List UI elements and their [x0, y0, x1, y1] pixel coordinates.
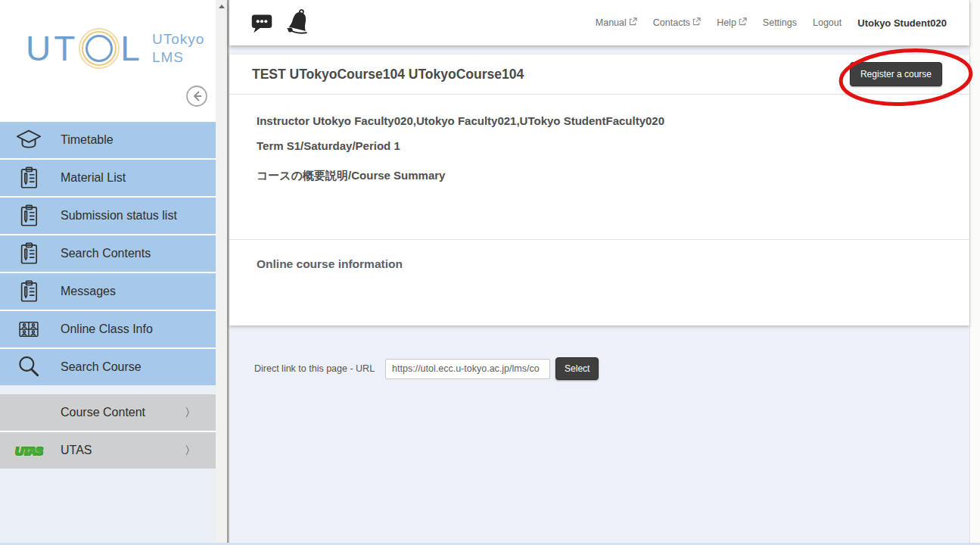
topbar: Manual Contacts Help Settings Logout Uto… [229, 0, 969, 45]
course-header: TEST UTokyoCourse104 UTokyoCourse104 Reg… [229, 54, 969, 95]
direct-link-url-input[interactable] [385, 359, 550, 379]
sidebar-item-messages[interactable]: Messages [0, 273, 216, 310]
course-body: Instructor Utokyo Faculty020,Utokyo Facu… [229, 95, 969, 271]
graduation-cap-icon [14, 126, 44, 154]
sidebar-item-search-contents[interactable]: Search Contents [0, 235, 216, 272]
chevron-right-icon: 〉 [185, 444, 196, 458]
utol-logo-subtitle: UTokyo LMS [152, 30, 204, 67]
sidebar-secondary-menu: Course Content 〉 UTAS UTAS 〉 [0, 394, 216, 469]
sidebar-group-gap [0, 385, 216, 394]
instructor-line: Instructor Utokyo Faculty020,Utokyo Facu… [257, 95, 942, 129]
utol-logo-text: UTL [26, 29, 143, 68]
register-course-button[interactable]: Register a course [850, 62, 942, 86]
topbar-icons [250, 0, 313, 45]
nav-link-contacts[interactable]: Contacts [653, 17, 701, 28]
sidebar-item-search-course[interactable]: Search Course [0, 349, 216, 385]
scrollbar-up-arrow-icon[interactable] [219, 5, 225, 8]
utas-logo-icon: UTAS [14, 444, 44, 457]
sidebar-item-label: Messages [61, 285, 116, 298]
clipboard-icon [14, 240, 44, 267]
online-course-info-heading: Online course information [257, 240, 942, 271]
sidebar-item-label: Timetable [61, 133, 114, 147]
search-icon [14, 353, 44, 381]
sidebar-item-label: Search Contents [61, 247, 151, 260]
window-scrollbar-track[interactable] [969, 0, 980, 545]
sidebar: UTL UTokyo LMS [0, 0, 216, 545]
nav-link-help[interactable]: Help [717, 17, 747, 28]
utol-logo-o-rings [79, 29, 119, 68]
sidebar-item-utas[interactable]: UTAS UTAS 〉 [0, 432, 216, 469]
topbar-nav: Manual Contacts Help Settings Logout Uto… [596, 0, 947, 45]
term-line: Term S1/Saturday/Period 1 [257, 139, 942, 154]
clipboard-icon [14, 202, 44, 229]
nav-link-manual[interactable]: Manual [596, 17, 637, 28]
direct-link-label: Direct link to this page - URL [254, 363, 375, 374]
sidebar-item-label: Submission status list [61, 209, 177, 223]
main-area: Manual Contacts Help Settings Logout Uto… [229, 0, 969, 545]
sidebar-item-label: UTAS [61, 444, 92, 457]
sidebar-item-online-class-info[interactable]: Online Class Info [0, 311, 216, 347]
clipboard-icon [14, 164, 44, 192]
chat-icon[interactable] [250, 11, 273, 34]
logged-in-user: Utokyo Student020 [857, 17, 947, 29]
sidebar-item-label: Course Content [61, 406, 145, 419]
sidebar-item-course-content[interactable]: Course Content 〉 [0, 394, 216, 431]
external-link-icon [692, 17, 701, 28]
external-link-icon [739, 17, 747, 28]
page: UTL UTokyo LMS [0, 0, 980, 545]
sidebar-item-label: Search Course [61, 360, 142, 374]
sidebar-item-submission-status-list[interactable]: Submission status list [0, 198, 216, 234]
utol-logo: UTL UTokyo LMS [26, 29, 204, 68]
sidebar-item-timetable[interactable]: Timetable [0, 122, 216, 158]
collapse-sidebar-button[interactable] [185, 85, 208, 107]
sidebar-logo-area: UTL UTokyo LMS [0, 0, 216, 122]
bell-icon[interactable] [285, 8, 313, 37]
video-grid-icon [14, 316, 44, 342]
sidebar-item-label: Online Class Info [61, 322, 153, 336]
sidebar-item-label: Material List [61, 171, 126, 185]
nav-link-logout[interactable]: Logout [813, 17, 842, 28]
course-title: TEST UTokyoCourse104 UTokyoCourse104 [252, 67, 524, 83]
select-url-button[interactable]: Select [555, 357, 599, 380]
chevron-right-icon: 〉 [185, 406, 196, 420]
clipboard-icon [14, 278, 44, 305]
external-link-icon [629, 17, 637, 28]
sidebar-main-menu: Timetable Material List [0, 122, 216, 385]
direct-link-row: Direct link to this page - URL Select [229, 357, 969, 380]
back-arrow-icon [185, 98, 208, 110]
course-content-box: TEST UTokyoCourse104 UTokyoCourse104 Reg… [229, 54, 969, 325]
course-summary-line: コースの概要説明/Course Summary [257, 168, 942, 183]
sidebar-item-material-list[interactable]: Material List [0, 160, 216, 196]
sidebar-scrollbar[interactable] [216, 0, 227, 545]
nav-link-settings[interactable]: Settings [763, 17, 797, 28]
